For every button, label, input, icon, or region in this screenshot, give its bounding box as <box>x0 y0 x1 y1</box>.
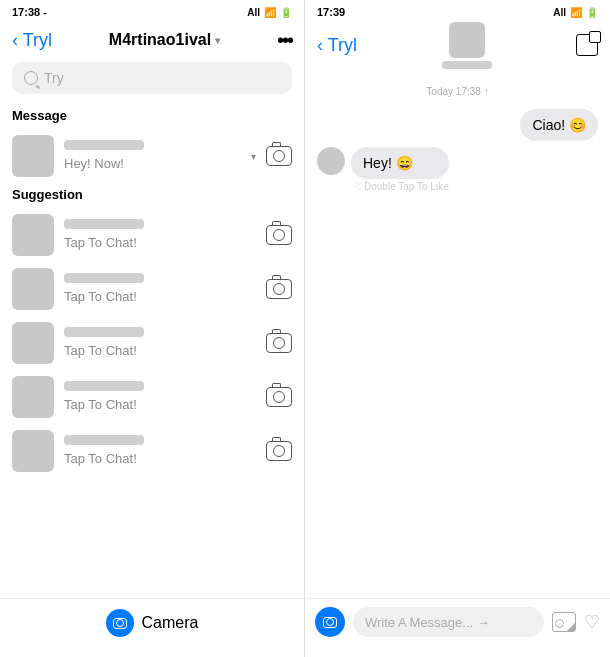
signal-right: All <box>553 7 566 18</box>
double-tap-hint: ♡Double Tap To Like <box>351 181 449 192</box>
wifi-right: 📶 <box>570 7 582 18</box>
camera-button[interactable] <box>106 609 134 637</box>
more-options-button[interactable]: ••• <box>277 29 292 52</box>
avatar <box>12 430 54 472</box>
avatar <box>12 322 54 364</box>
suggestion-text: Tap To Chat! <box>64 235 137 250</box>
camera-icon[interactable] <box>266 441 292 461</box>
back-button-right[interactable]: ‹ Tryl <box>317 35 357 56</box>
nav-bar-left: ‹ Tryl M4rtinao1ival ▾ ••• <box>0 22 304 62</box>
avatar <box>12 268 54 310</box>
avatar <box>12 214 54 256</box>
bubble-text-left: Hey! 😄 <box>351 147 449 179</box>
left-panel: 17:38 - All 📶 🔋 ‹ Tryl M4rtinao1ival ▾ •… <box>0 0 305 657</box>
back-button-left[interactable]: ‹ Tryl <box>12 30 52 51</box>
search-input[interactable]: Try <box>44 70 64 86</box>
contact-name: M4rtinao1ival <box>109 31 211 49</box>
suggestion-text: Tap To Chat! <box>64 397 137 412</box>
message-input-placeholder: Write A Message... → <box>365 615 490 630</box>
contact-name-blur <box>442 61 492 69</box>
contact-name-blur <box>64 219 144 229</box>
message-preview: Hey! Now! <box>64 156 124 171</box>
nav-bar-right: ‹ Tryl <box>305 22 610 72</box>
message-input[interactable]: Write A Message... → <box>353 607 544 637</box>
item-content: Hey! Now! <box>64 140 237 172</box>
contact-name-blur <box>64 381 144 391</box>
item-content: Tap To Chat! <box>64 327 256 359</box>
camera-icon[interactable] <box>266 387 292 407</box>
item-content: Tap To Chat! <box>64 219 256 251</box>
camera-icon-right <box>323 617 337 628</box>
time-right: 17:39 <box>317 6 345 18</box>
video-call-icon[interactable] <box>576 34 598 56</box>
right-panel: 17:39 All 📶 🔋 ‹ Tryl Today 17:38 ↑ Ciao!… <box>305 0 610 657</box>
contact-title[interactable]: M4rtinao1ival ▾ <box>109 31 220 49</box>
bubble-text-right: Ciao! 😊 <box>520 109 598 141</box>
camera-icon[interactable] <box>266 333 292 353</box>
bubble-content: Hey! 😄 ♡Double Tap To Like <box>351 147 449 192</box>
dropdown-icon: ▾ <box>251 151 256 162</box>
contact-avatar-large <box>449 22 485 58</box>
list-item[interactable]: Tap To Chat! <box>0 424 304 478</box>
camera-button-right[interactable] <box>315 607 345 637</box>
battery-left: 🔋 <box>280 7 292 18</box>
status-icons-left: All 📶 🔋 <box>247 7 292 18</box>
list-item[interactable]: Tap To Chat! <box>0 370 304 424</box>
timestamp: Today 17:38 ↑ <box>317 86 598 97</box>
status-icons-right: All 📶 🔋 <box>553 7 598 18</box>
contact-name-blur <box>64 140 144 150</box>
contact-name-blur <box>64 435 144 445</box>
bubble-incoming: Hey! 😄 ♡Double Tap To Like <box>317 147 598 192</box>
contact-name-blur <box>64 327 144 337</box>
camera-label[interactable]: Camera <box>142 614 199 632</box>
list-item[interactable]: Tap To Chat! <box>0 208 304 262</box>
item-content: Tap To Chat! <box>64 273 256 305</box>
list-item[interactable]: Tap To Chat! <box>0 316 304 370</box>
list-item[interactable]: Tap To Chat! <box>0 262 304 316</box>
sender-avatar <box>317 147 345 175</box>
camera-icon[interactable] <box>266 225 292 245</box>
item-content: Tap To Chat! <box>64 381 256 413</box>
camera-icon[interactable] <box>266 146 292 166</box>
image-picker-icon[interactable] <box>552 612 576 632</box>
message-list-item[interactable]: Hey! Now! ▾ <box>0 129 304 183</box>
suggestion-text: Tap To Chat! <box>64 343 137 358</box>
wifi-left: 📶 <box>264 7 276 18</box>
signal-left: All <box>247 7 260 18</box>
heart-icon[interactable]: ♡ <box>584 611 600 633</box>
search-icon <box>24 71 38 85</box>
avatar <box>12 376 54 418</box>
status-bar-left: 17:38 - All 📶 🔋 <box>0 0 304 22</box>
avatar <box>12 135 54 177</box>
search-bar[interactable]: Try <box>12 62 292 94</box>
status-bar-right: 17:39 All 📶 🔋 <box>305 0 610 22</box>
contact-name-blur <box>64 273 144 283</box>
message-section-label: Message <box>0 104 304 129</box>
suggestion-text: Tap To Chat! <box>64 451 137 466</box>
camera-icon[interactable] <box>266 279 292 299</box>
battery-right: 🔋 <box>586 7 598 18</box>
time-left: 17:38 - <box>12 6 47 18</box>
suggestion-text: Tap To Chat! <box>64 289 137 304</box>
bubble-outgoing: Ciao! 😊 <box>317 109 598 141</box>
item-content: Tap To Chat! <box>64 435 256 467</box>
camera-icon <box>113 618 127 629</box>
bottom-input-bar: Write A Message... → ♡ <box>305 598 610 657</box>
bottom-bar-left: Camera <box>0 598 304 657</box>
chat-area: Today 17:38 ↑ Ciao! 😊 Hey! 😄 ♡Double Tap… <box>305 72 610 598</box>
suggestion-section-label: Suggestion <box>0 183 304 208</box>
chevron-down-icon: ▾ <box>215 35 220 46</box>
contact-info-center[interactable] <box>442 22 492 69</box>
